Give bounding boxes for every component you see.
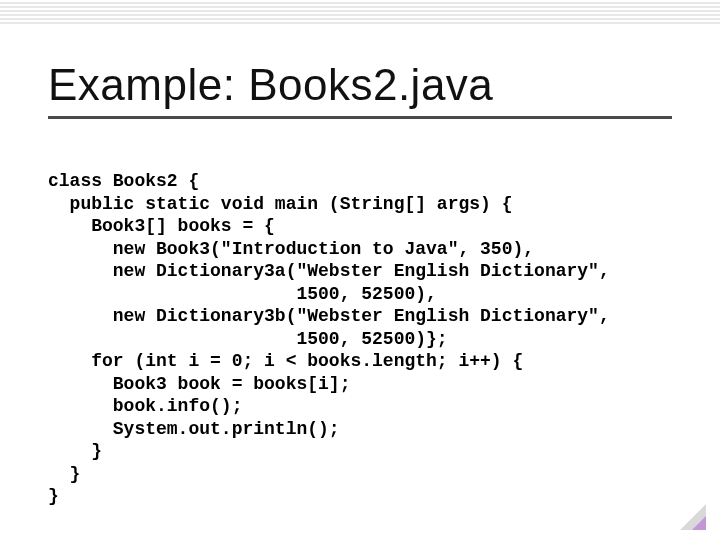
title-underline <box>48 116 672 119</box>
code-line: } <box>48 464 80 484</box>
code-line: book.info(); <box>48 396 242 416</box>
slide: Example: Books2.java class Books2 { publ… <box>0 0 720 540</box>
code-line: } <box>48 441 102 461</box>
code-line: Book3 book = books[i]; <box>48 374 350 394</box>
code-block: class Books2 { public static void main (… <box>48 170 680 508</box>
code-line: 1500, 52500)}; <box>48 329 448 349</box>
code-line: public static void main (String[] args) … <box>48 194 512 214</box>
code-line: 1500, 52500), <box>48 284 437 304</box>
slide-title: Example: Books2.java <box>48 60 672 110</box>
code-line: for (int i = 0; i < books.length; i++) { <box>48 351 523 371</box>
code-line: class Books2 { <box>48 171 199 191</box>
code-line: Book3[] books = { <box>48 216 275 236</box>
corner-fold-icon <box>676 500 706 530</box>
top-decor <box>0 0 720 24</box>
code-line: System.out.println(); <box>48 419 340 439</box>
code-line: new Dictionary3a("Webster English Dictio… <box>48 261 610 281</box>
code-line: new Dictionary3b("Webster English Dictio… <box>48 306 610 326</box>
code-line: new Book3("Introduction to Java", 350), <box>48 239 534 259</box>
title-block: Example: Books2.java <box>48 60 672 119</box>
code-line: } <box>48 486 59 506</box>
